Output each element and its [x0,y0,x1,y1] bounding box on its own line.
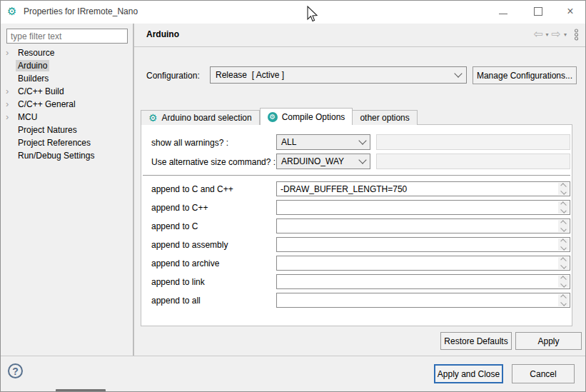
tree-item-cpp-general[interactable]: ›C/C++ General [1,98,133,111]
spinner-up-icon[interactable] [560,238,566,244]
view-menu-icon[interactable] [573,29,580,41]
spinner-down-icon[interactable] [560,263,566,268]
spinner-up-icon[interactable] [560,220,566,226]
tree-item-run-debug-settings[interactable]: Run/Debug Settings [1,149,133,162]
configuration-label: Configuration: [146,71,200,81]
append-link-label: append to link [151,277,205,287]
back-dropdown-icon[interactable]: ▾ [546,31,549,38]
chevron-down-icon [454,69,462,77]
forward-icon[interactable]: ⇨ [552,27,561,41]
chevron-right-icon[interactable]: › [6,111,9,123]
configuration-value: Release [ Active ] [216,70,455,80]
apply-and-close-button[interactable]: Apply and Close [434,364,503,383]
chevron-right-icon[interactable]: › [6,46,9,59]
title-bar: ⚙ Properties for IRremote_Nano × [1,1,585,24]
tree-item-mcu[interactable]: ›MCU [1,111,133,124]
tab-label: Compile Options [282,112,345,122]
spinner-down-icon[interactable] [560,189,566,194]
append-c-cpp-field-wrap [276,181,570,196]
spinner-down-icon[interactable] [560,300,566,306]
apply-button[interactable]: Apply [515,332,582,350]
spinner-up-icon[interactable] [560,257,566,263]
chevron-right-icon[interactable]: › [6,85,9,97]
sidebar-divider [133,24,134,356]
tree-item-label: Project References [18,138,91,148]
warnings-value: ALL [281,137,360,147]
spinner-down-icon[interactable] [560,281,566,287]
tab-arduino-board-selection[interactable]: ⚙ Arduino board selection [141,110,260,125]
sloeber-gear-icon: ⚙ [7,6,16,17]
chevron-down-icon [358,156,366,164]
append-all-input[interactable] [277,293,558,307]
forward-dropdown-icon[interactable]: ▾ [564,31,567,38]
gear-glyph: ⚙ [269,114,276,121]
tree-item-project-references[interactable]: Project References [1,136,133,149]
tree-item-label: C/C++ Build [18,86,64,96]
append-assembly-input[interactable] [277,238,558,251]
spinner-up-icon[interactable] [560,183,566,189]
append-all-field-wrap [276,293,570,308]
field-spinner[interactable] [558,220,569,232]
close-button[interactable]: × [558,1,582,22]
field-spinner[interactable] [558,294,569,306]
field-spinner[interactable] [558,201,569,213]
tree-item-arduino[interactable]: Arduino [1,59,133,72]
filter-input[interactable] [6,29,128,44]
spinner-up-icon[interactable] [560,201,566,207]
page-title: Arduino [146,29,179,39]
tree-item-label: Run/Debug Settings [18,151,94,161]
restore-defaults-button[interactable]: Restore Defaults [440,332,512,350]
append-cpp-field-wrap [276,200,570,215]
warnings-label: show all warnings? : [151,138,228,148]
tree-item-cpp-build[interactable]: ›C/C++ Build [1,85,133,98]
field-spinner[interactable] [558,183,569,195]
spinner-up-icon[interactable] [560,294,566,300]
tab-other-options[interactable]: other options [353,110,417,125]
size-command-select[interactable]: ARDUINO_WAY [276,154,370,169]
append-cpp-label: append to C++ [151,203,208,213]
append-link-input[interactable] [277,275,558,288]
append-c-cpp-label: append to C and C++ [151,184,233,194]
append-c-label: append to C [151,221,198,231]
properties-tree: ›Resource Arduino Builders ›C/C++ Build … [1,46,133,162]
append-link-field-wrap [276,274,570,289]
size-command-label: Use alternative size command? : [151,157,276,167]
field-spinner[interactable] [558,276,569,288]
append-archive-input[interactable] [277,256,558,270]
field-spinner[interactable] [558,257,569,269]
header-nav: ⇦ ▾ ⇨ ▾ [533,27,580,41]
spinner-down-icon[interactable] [560,207,566,213]
field-spinner[interactable] [558,238,569,251]
append-archive-label: append to archive [151,258,219,268]
configuration-select[interactable]: Release [ Active ] [210,66,467,84]
back-icon[interactable]: ⇦ [533,27,542,41]
minimize-button[interactable] [491,1,515,22]
append-cpp-input[interactable] [277,201,558,214]
background-window-artifact [56,389,106,392]
tab-label: other options [360,113,409,123]
sidebar: ›Resource Arduino Builders ›C/C++ Build … [1,24,133,356]
maximize-button[interactable] [526,1,550,22]
append-c-input[interactable] [277,219,558,233]
help-button[interactable]: ? [8,363,23,378]
spinner-down-icon[interactable] [560,244,566,250]
cancel-button[interactable]: Cancel [512,364,575,383]
tree-item-resource[interactable]: ›Resource [1,46,133,59]
properties-dialog: ⚙ Properties for IRremote_Nano × ›Resour… [0,0,586,392]
tree-item-builders[interactable]: Builders [1,72,133,85]
tree-item-project-natures[interactable]: Project Natures [1,124,133,136]
mouse-cursor [307,6,318,23]
append-c-cpp-input[interactable] [277,182,558,196]
chevron-right-icon[interactable]: › [6,98,9,110]
spinner-up-icon[interactable] [560,276,566,281]
tab-compile-options[interactable]: ⚙ Compile Options [260,108,353,125]
tree-item-label: Builders [18,74,49,84]
size-command-extra-field [376,154,570,169]
window-title: Properties for IRremote_Nano [24,6,138,16]
footer-divider [1,356,585,356]
append-c-field-wrap [276,218,570,233]
spinner-down-icon[interactable] [560,226,566,231]
warnings-select[interactable]: ALL [276,134,370,150]
manage-configurations-button[interactable]: Manage Configurations... [473,66,577,84]
section-divider [143,175,570,176]
